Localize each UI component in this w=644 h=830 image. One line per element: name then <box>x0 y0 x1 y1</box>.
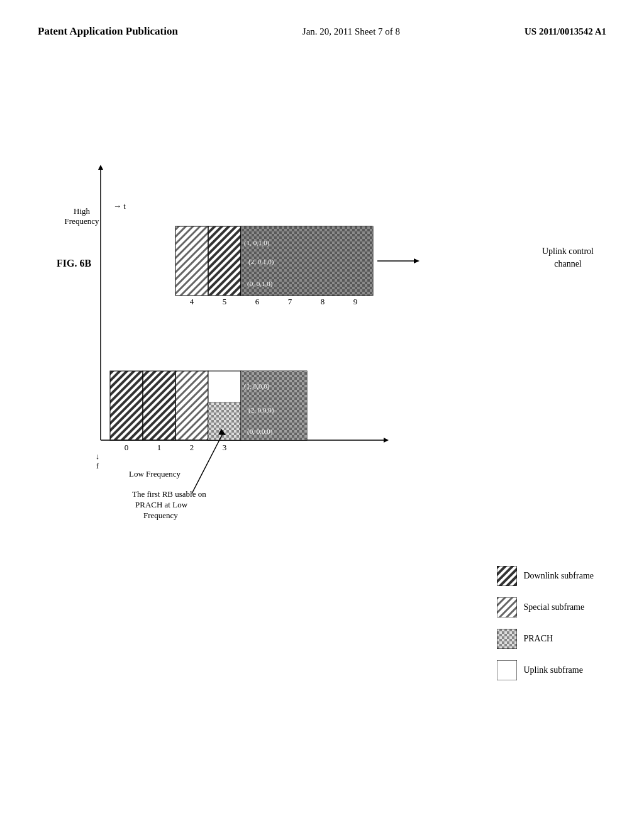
prach-icon <box>497 629 517 649</box>
svg-rect-26 <box>175 226 208 296</box>
legend-prach: PRACH <box>497 629 594 649</box>
svg-text:3: 3 <box>223 443 227 452</box>
svg-text:High: High <box>74 206 91 216</box>
svg-text:2: 2 <box>190 443 194 452</box>
svg-rect-15 <box>110 371 143 440</box>
publication-date-sheet: Jan. 20, 2011 Sheet 7 of 8 <box>303 26 400 37</box>
svg-marker-6 <box>384 438 389 443</box>
legend: Downlink subframe Special subframe <box>497 566 594 692</box>
svg-text:7: 7 <box>288 297 292 306</box>
svg-text:The first RB usable on: The first RB usable on <box>132 489 206 499</box>
diagram-svg: High Frequency → t ↓ f Low Frequency 0 1… <box>38 138 572 566</box>
publication-title: Patent Application Publication <box>38 25 178 38</box>
page-header: Patent Application Publication Jan. 20, … <box>0 0 644 38</box>
svg-text:(0, 0,1,0): (0, 0,1,0) <box>247 280 273 288</box>
svg-text:(2, 0,0,0): (2, 0,0,0) <box>248 406 274 414</box>
legend-special-subframe: Special subframe <box>497 597 594 617</box>
svg-rect-19 <box>175 371 208 440</box>
svg-rect-62 <box>497 660 517 680</box>
svg-text:↓: ↓ <box>96 451 100 461</box>
svg-rect-55 <box>497 566 517 586</box>
legend-downlink-subframe: Downlink subframe <box>497 566 594 586</box>
publication-number: US 2011/0013542 A1 <box>525 26 606 37</box>
svg-text:6: 6 <box>255 297 260 306</box>
svg-rect-57 <box>497 597 517 617</box>
svg-text:5: 5 <box>223 297 227 306</box>
svg-text:f: f <box>96 461 99 470</box>
figure-area: FIG. 6B High Frequency <box>0 50 644 805</box>
svg-text:8: 8 <box>321 297 325 306</box>
svg-text:Frequency: Frequency <box>143 511 178 520</box>
svg-text:4: 4 <box>190 297 194 306</box>
legend-uplink-subframe: Uplink subframe <box>497 660 594 680</box>
special-subframe-label: Special subframe <box>523 602 584 612</box>
svg-text:(0, 0,0,0): (0, 0,0,0) <box>247 428 273 436</box>
special-subframe-icon <box>497 597 517 617</box>
svg-text:(1, 0,0,0): (1, 0,0,0) <box>244 382 270 390</box>
svg-text:PRACH at Low: PRACH at Low <box>135 500 188 509</box>
uplink-subframe-label: Uplink subframe <box>523 665 582 675</box>
svg-rect-17 <box>143 371 175 440</box>
svg-text:9: 9 <box>353 297 358 306</box>
svg-marker-8 <box>98 165 103 170</box>
svg-rect-61 <box>497 629 517 649</box>
svg-text:(1, 0,1,0): (1, 0,1,0) <box>244 239 270 247</box>
svg-text:0: 0 <box>125 443 129 452</box>
svg-rect-28 <box>208 226 241 296</box>
downlink-subframe-icon <box>497 566 517 586</box>
svg-text:Frequency: Frequency <box>65 216 99 226</box>
svg-text:→ t: → t <box>113 201 126 211</box>
downlink-subframe-label: Downlink subframe <box>523 571 594 581</box>
svg-marker-53 <box>414 258 419 263</box>
svg-line-50 <box>192 433 223 494</box>
svg-text:1: 1 <box>157 443 162 452</box>
svg-text:Low Frequency: Low Frequency <box>129 469 180 479</box>
prach-label: PRACH <box>523 634 553 644</box>
svg-text:(2, 0,1,0): (2, 0,1,0) <box>248 258 274 266</box>
uplink-subframe-icon <box>497 660 517 680</box>
uplink-control-label: Uplink control channel <box>542 245 594 270</box>
